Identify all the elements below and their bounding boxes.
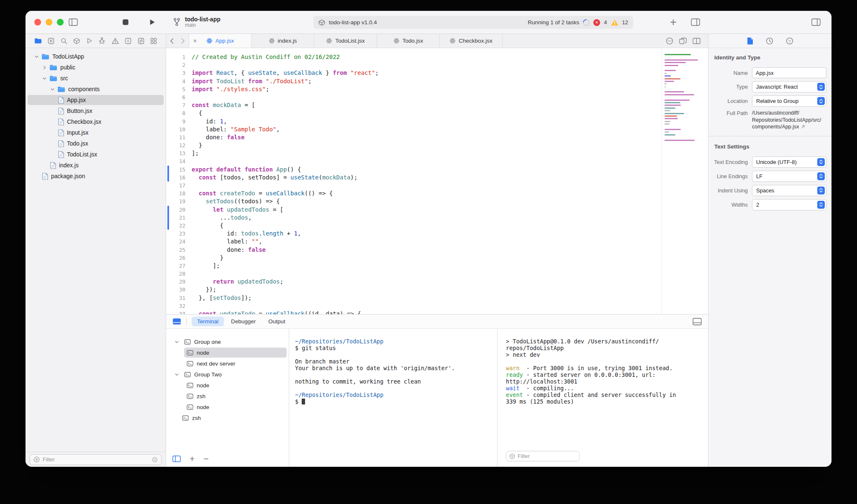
panel-tab-output[interactable]: Output xyxy=(263,317,291,326)
terminal-session-next-dev-server[interactable]: next dev server xyxy=(166,358,289,369)
add-terminal-button[interactable]: + xyxy=(190,454,195,463)
zoom-window-button[interactable] xyxy=(57,19,64,26)
type-select[interactable]: Javascript: React xyxy=(752,81,826,92)
code-line-16[interactable]: 16 const [todos, setTodos] = useState(mo… xyxy=(166,174,661,182)
chevron-down-icon[interactable] xyxy=(174,372,181,377)
jump-arrow-icon[interactable] xyxy=(801,125,805,129)
code-line-13[interactable]: 13]; xyxy=(166,149,661,157)
terminal-output-left[interactable]: ~/​Repositories/​TodoListApp$ git status… xyxy=(289,329,498,467)
chevron-down-icon[interactable] xyxy=(34,54,41,59)
code-line-30[interactable]: 30 }); xyxy=(166,286,661,294)
minimap[interactable] xyxy=(661,48,708,314)
navigate-forward-icon[interactable] xyxy=(177,34,189,48)
toggle-right-inspector-icon[interactable] xyxy=(811,18,821,26)
file-inspector-icon[interactable] xyxy=(747,37,753,45)
stop-task-button[interactable] xyxy=(122,19,129,26)
close-window-button[interactable] xyxy=(34,19,41,26)
tab-todolist-jsx[interactable]: TodoList.jsx xyxy=(314,34,377,48)
code-line-21[interactable]: 21 ...todos, xyxy=(166,214,661,222)
search-icon[interactable] xyxy=(61,38,67,44)
xmark-square-icon[interactable] xyxy=(48,38,54,44)
code-line-9[interactable]: 9 id: 1, xyxy=(166,118,661,125)
code-line-31[interactable]: 31 }, [setTodos]); xyxy=(166,294,661,302)
history-inspector-icon[interactable] xyxy=(766,37,773,45)
play-icon[interactable] xyxy=(86,38,92,44)
code-line-19[interactable]: 19 setTodos((todos) => { xyxy=(166,197,661,205)
chevron-down-icon[interactable] xyxy=(174,340,181,344)
clear-filter-icon[interactable] xyxy=(152,457,158,463)
terminal-group-group-one[interactable]: Group one xyxy=(166,336,289,347)
code-line-18[interactable]: 18 const createTodo = useCallback(() => … xyxy=(166,189,661,197)
split-editor-icon[interactable] xyxy=(691,18,700,26)
cube-icon[interactable] xyxy=(73,38,80,44)
code-line-14[interactable]: 14 xyxy=(166,157,661,165)
tab-app-jsx[interactable]: ✕App.jsx xyxy=(189,34,251,48)
zero-square-icon[interactable]: 0 xyxy=(125,38,131,44)
chevron-down-icon[interactable] xyxy=(42,76,49,81)
sidebar-filter-input[interactable] xyxy=(43,456,149,463)
code-line-32[interactable]: 32 xyxy=(166,302,661,310)
tree-item-button-jsx[interactable]: Button.jsx xyxy=(26,105,166,116)
terminal-filter-field[interactable] xyxy=(506,451,580,461)
panel-drawer-icon[interactable] xyxy=(172,318,181,325)
indent-select[interactable]: Spaces xyxy=(752,185,826,196)
run-task-button[interactable] xyxy=(149,19,156,26)
lineendings-select[interactable]: LF xyxy=(752,171,826,182)
swap-square-icon[interactable] xyxy=(138,38,144,44)
code-line-33[interactable]: 33 const updateTodo = useCallback((id, d… xyxy=(166,310,661,314)
code-line-12[interactable]: 12 } xyxy=(166,141,661,149)
code-line-17[interactable]: 17 xyxy=(166,182,661,189)
tree-item-index-js[interactable]: index.js xyxy=(26,160,166,171)
sidebar-split-icon[interactable] xyxy=(172,455,181,462)
code-line-28[interactable]: 28 xyxy=(166,270,661,278)
code-line-2[interactable]: 2 xyxy=(166,61,661,69)
tree-item-todolistapp[interactable]: TodoListApp xyxy=(26,51,166,62)
encoding-select[interactable]: Unicode (UTF-8) xyxy=(752,156,826,168)
name-field[interactable]: App.jsx xyxy=(752,67,826,78)
terminal-session-node[interactable]: node xyxy=(166,380,289,391)
grid-icon[interactable] xyxy=(150,38,157,44)
terminal-filter-input[interactable] xyxy=(518,453,576,459)
panel-tab-terminal[interactable]: Terminal xyxy=(192,317,224,326)
code-line-3[interactable]: 3import React, { useState, useCallback }… xyxy=(166,69,661,77)
code-line-23[interactable]: 23 id: todos.length + 1, xyxy=(166,230,661,238)
warning-icon[interactable] xyxy=(112,38,119,44)
code-line-27[interactable]: 27 ]; xyxy=(166,262,661,270)
activity-view[interactable]: todo-list-app v1.0.4 Running 1 of 2 task… xyxy=(313,16,633,29)
code-line-6[interactable]: 6 xyxy=(166,93,661,101)
tree-item-todolist-jsx[interactable]: TodoList.jsx xyxy=(26,149,166,160)
tree-item-components[interactable]: components xyxy=(26,84,166,95)
code-line-7[interactable]: 7const mockData = [ xyxy=(166,101,661,109)
terminal-session-zsh[interactable]: zsh xyxy=(166,412,289,423)
more-options-icon[interactable] xyxy=(666,37,673,45)
code-line-1[interactable]: 1// Created by Austin Condiff on 02/16/2… xyxy=(166,53,661,61)
code-line-24[interactable]: 24 label: "", xyxy=(166,238,661,246)
code-line-8[interactable]: 8 { xyxy=(166,109,661,117)
navigate-back-icon[interactable] xyxy=(166,34,177,48)
tab-index-js[interactable]: index.js xyxy=(251,34,314,48)
code-line-22[interactable]: 22 { xyxy=(166,222,661,230)
tree-item-input-jsx[interactable]: Input.jsx xyxy=(26,127,166,138)
tree-item-src[interactable]: src xyxy=(26,73,166,84)
location-select[interactable]: Relative to Group xyxy=(752,95,826,107)
split-columns-icon[interactable] xyxy=(693,38,700,44)
chevron-right-icon[interactable] xyxy=(42,65,49,70)
tab-todo-jsx[interactable]: Todo.jsx xyxy=(377,34,440,48)
terminal-session-node[interactable]: node xyxy=(166,347,289,358)
panel-tab-debugger[interactable]: Debugger xyxy=(226,317,261,326)
help-inspector-icon[interactable]: ? xyxy=(786,37,793,45)
code-line-10[interactable]: 10 label: "Sample Todo", xyxy=(166,125,661,133)
code-line-25[interactable]: 25 done: false xyxy=(166,246,661,254)
code-line-11[interactable]: 11 done: false xyxy=(166,133,661,141)
tree-item-app-jsx[interactable]: App.jsx xyxy=(26,95,166,105)
code-line-26[interactable]: 26 } xyxy=(166,254,661,262)
code-editor[interactable]: 1// Created by Austin Condiff on 02/16/2… xyxy=(166,48,708,314)
widths-stepper[interactable]: 2 xyxy=(752,199,826,210)
terminal-session-zsh[interactable]: zsh xyxy=(166,391,289,402)
code-line-29[interactable]: 29 return updatedTodos; xyxy=(166,278,661,286)
remove-terminal-button[interactable]: − xyxy=(203,454,208,463)
terminal-group-group-two[interactable]: Group Two xyxy=(166,369,289,380)
toggle-left-sidebar-icon[interactable] xyxy=(69,18,78,26)
tab-checkbox-jsx[interactable]: Checkbox.jsx xyxy=(440,34,503,48)
tree-item-public[interactable]: public xyxy=(26,62,166,73)
